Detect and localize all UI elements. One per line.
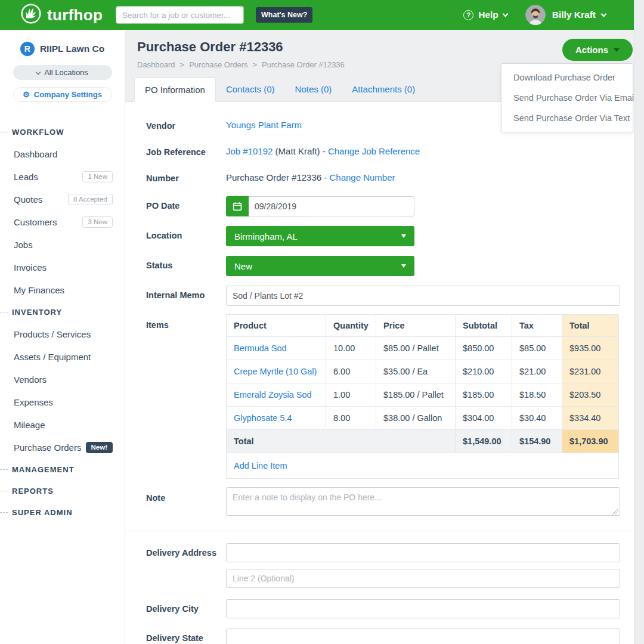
caret-down-icon: [401, 234, 406, 238]
status-label: Status: [146, 256, 226, 276]
po-number-value: Purchase Order #12336: [226, 172, 321, 182]
add-line-item-link[interactable]: Add Line Item: [234, 461, 287, 470]
section-divider: [125, 531, 634, 531]
user-name: Billy Kraft: [552, 10, 596, 20]
delivery-state-label: Delivery State: [146, 628, 226, 644]
company-settings-button[interactable]: ⚙ Company Settings: [13, 87, 112, 102]
chevron-down-icon: [502, 11, 508, 17]
breadcrumb-purchase-orders[interactable]: Purchase Orders: [189, 60, 247, 69]
product-link[interactable]: Bermuda Sod: [234, 343, 287, 353]
chevron-down-icon: [36, 69, 41, 74]
note-row: Note: [146, 487, 620, 518]
delivery-state-input[interactable]: [226, 628, 620, 644]
breadcrumb-separator: >: [252, 60, 257, 69]
sidebar-item-quotes[interactable]: Quotes8 Accepted: [0, 188, 125, 210]
items-table: Product Quantity Price Subtotal Tax Tota…: [226, 314, 619, 479]
calendar-icon[interactable]: [226, 196, 249, 216]
tab-attachments[interactable]: Attachments (0): [342, 78, 425, 101]
delivery-city-input[interactable]: [226, 599, 620, 618]
breadcrumb-separator: >: [180, 60, 185, 69]
sidebar-item-mileage[interactable]: Mileage: [0, 413, 125, 436]
status-select[interactable]: New: [226, 256, 414, 276]
sidebar-item-customers[interactable]: Customers3 New: [0, 210, 125, 233]
change-job-reference-link[interactable]: Change Job Reference: [328, 146, 420, 156]
product-link[interactable]: Emerald Zoysia Sod: [234, 390, 312, 400]
note-label: Note: [146, 487, 226, 518]
delivery-state-row: Delivery State: [146, 628, 620, 644]
page-scrollbar[interactable]: [634, 0, 644, 644]
sidebar-item-jobs[interactable]: Jobs: [0, 233, 125, 256]
table-row: Crepe Myrtle (10 Gal) 6.00 $35.00 / Ea $…: [227, 360, 619, 383]
sidebar-item-assets-equipment[interactable]: Assets / Equipment: [0, 345, 125, 368]
delivery-address-line2-input[interactable]: [226, 569, 620, 588]
number-label: Number: [146, 172, 226, 183]
po-date-input[interactable]: [249, 196, 414, 216]
po-date-row: PO Date: [146, 196, 620, 216]
internal-memo-input[interactable]: [226, 286, 620, 306]
sidebar-nav: WORKFLOW Dashboard Leads1 New Quotes8 Ac…: [0, 121, 125, 523]
delivery-address-row: Delivery Address: [146, 543, 620, 562]
breadcrumb-dashboard[interactable]: Dashboard: [137, 60, 175, 69]
table-row: Emerald Zoysia Sod 1.00 $185.00 / Pallet…: [227, 383, 619, 407]
tab-contacts[interactable]: Contacts (0): [216, 78, 285, 101]
main-content: Purchase Order #12336 Dashboard > Purcha…: [125, 30, 634, 644]
sidebar-item-invoices[interactable]: Invoices: [0, 256, 125, 278]
brand[interactable]: turfhop: [20, 3, 103, 27]
location-label: Location: [146, 226, 226, 246]
vendor-label: Vendor: [146, 120, 226, 131]
table-total-row: Total $1,549.00 $154.90 $1,703.90: [227, 430, 619, 453]
sidebar-item-my-finances[interactable]: My Finances: [0, 278, 125, 301]
job-link[interactable]: Job #10192: [226, 146, 273, 156]
table-row: Glyphosate 5.4 8.00 $38.00 / Gallon $304…: [227, 407, 619, 430]
sidebar: R RIIPL Lawn Co All Locations ⚙ Company …: [0, 30, 125, 644]
internal-memo-label: Internal Memo: [146, 286, 226, 306]
nav-section-inventory: INVENTORY: [0, 301, 125, 323]
quotes-badge: 8 Accepted: [68, 194, 113, 205]
tab-notes[interactable]: Notes (0): [285, 78, 342, 101]
sidebar-item-purchase-orders[interactable]: Purchase OrdersNew!: [0, 436, 125, 459]
vendor-link[interactable]: Youngs Plant Farm: [226, 120, 302, 130]
items-row: Items Product Quantity Price Subtotal Ta…: [146, 314, 620, 479]
nav-section-workflow: WORKFLOW: [0, 121, 125, 143]
job-reference-label: Job Reference: [146, 146, 226, 157]
add-line-item-row: Add Line Item: [227, 453, 619, 479]
help-icon: ?: [463, 10, 473, 20]
global-search-input[interactable]: [116, 6, 244, 24]
product-link[interactable]: Crepe Myrtle (10 Gal): [234, 367, 317, 376]
po-date-label: PO Date: [146, 196, 226, 216]
caret-down-icon: [614, 48, 620, 52]
menu-item-send-po-text[interactable]: Send Purchase Order Via Text: [501, 108, 633, 128]
company-header: R RIIPL Lawn Co: [0, 42, 125, 56]
status-row: Status New: [146, 256, 620, 276]
location-select[interactable]: Birmingham, AL: [226, 226, 414, 246]
whats-new-button[interactable]: What's New?: [256, 7, 312, 23]
separator: -: [323, 146, 326, 156]
all-locations-selector[interactable]: All Locations: [13, 65, 112, 80]
nav-section-reports[interactable]: REPORTS: [0, 480, 125, 501]
user-menu[interactable]: Billy Kraft: [525, 5, 606, 25]
sidebar-item-leads[interactable]: Leads1 New: [0, 165, 125, 188]
sidebar-item-vendors[interactable]: Vendors: [0, 368, 125, 391]
page-title: Purchase Order #12336: [137, 39, 634, 55]
company-logo: R: [20, 42, 35, 56]
nav-section-management[interactable]: MANAGEMENT: [0, 459, 125, 480]
table-row: Bermuda Sod 10.00 $85.00 / Pallet $850.0…: [227, 337, 619, 360]
actions-button[interactable]: Actions: [562, 39, 633, 61]
product-link[interactable]: Glyphosate 5.4: [234, 413, 292, 423]
sidebar-item-expenses[interactable]: Expenses: [0, 391, 125, 413]
top-navbar: turfhop What's New? ? Help Billy Kraft: [0, 0, 634, 30]
breadcrumb-current: Purchase Order #12336: [262, 60, 345, 69]
sidebar-item-dashboard[interactable]: Dashboard: [0, 143, 125, 165]
tab-po-information[interactable]: PO Information: [134, 78, 216, 102]
help-menu[interactable]: ? Help: [463, 10, 507, 20]
actions-dropdown-menu: Download Purchase Order Send Purchase Or…: [501, 63, 633, 132]
nav-section-super-admin[interactable]: SUPER ADMIN: [0, 501, 125, 523]
delivery-address-input[interactable]: [226, 543, 620, 562]
avatar: [525, 5, 546, 25]
note-textarea[interactable]: [226, 487, 620, 516]
menu-item-send-po-email[interactable]: Send Purchase Order Via Email: [501, 88, 633, 108]
change-number-link[interactable]: Change Number: [329, 172, 395, 182]
menu-item-download-po[interactable]: Download Purchase Order: [501, 67, 633, 88]
sidebar-item-products-services[interactable]: Products / Services: [0, 323, 125, 345]
brand-name: turfhop: [47, 6, 103, 24]
